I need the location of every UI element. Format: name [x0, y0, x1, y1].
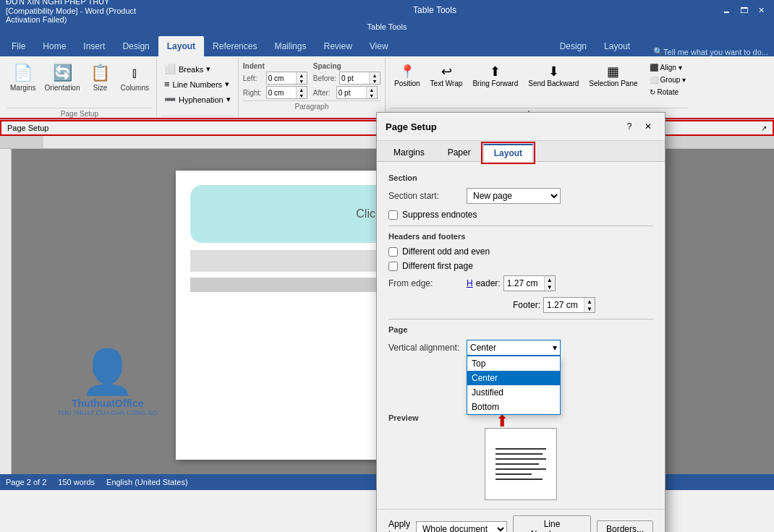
- section-start-select[interactable]: New page Continuous Even page Odd page: [467, 188, 561, 204]
- selection-pane-icon: ▦: [607, 64, 619, 80]
- vertical-alignment-dropdown[interactable]: Center ▾ Top Center Justified Bottom ⬆: [467, 340, 561, 356]
- dialog-close-btn[interactable]: ✕: [640, 119, 656, 134]
- ruler-vertical: [0, 149, 12, 474]
- bring-forward-icon: ⬆: [490, 64, 501, 80]
- columns-label: Columns: [121, 84, 149, 92]
- from-edge-row: From edge: Header: ▲ ▼: [388, 275, 653, 291]
- option-center[interactable]: Center: [467, 371, 560, 385]
- orientation-label: Orientation: [45, 84, 80, 92]
- line-numbers-label: Line Numbers: [173, 80, 222, 89]
- wrap-text-btn[interactable]: ↩ Text Wrap: [426, 62, 467, 89]
- send-backward-icon: ⬇: [548, 64, 559, 80]
- borders-btn[interactable]: Borders...: [597, 520, 653, 532]
- tell-me-text[interactable]: Tell me what you want to do...: [663, 48, 768, 56]
- after-down[interactable]: ▼: [367, 93, 377, 98]
- tab-references[interactable]: References: [204, 36, 265, 56]
- send-backward-btn[interactable]: ⬇ Send Backward: [524, 62, 583, 89]
- margins-btn[interactable]: 📄 Margins: [7, 62, 39, 93]
- group-icon: ⬜: [650, 76, 658, 84]
- suppress-endnotes-checkbox[interactable]: [388, 210, 398, 220]
- tab-mailings[interactable]: Mailings: [265, 36, 315, 56]
- vertical-alignment-list: Top Center Justified Bottom: [467, 356, 561, 415]
- tab-file[interactable]: File: [3, 36, 34, 56]
- dialog-footer: Apply to: Whole document This section Th…: [377, 509, 665, 532]
- footer-spinner[interactable]: ▲ ▼: [543, 297, 595, 313]
- diff-odd-even-checkbox[interactable]: [388, 247, 398, 257]
- before-spinbox[interactable]: ▲ ▼: [339, 72, 380, 85]
- ribbon-group-page-setup: 📄 Margins 🔄 Orientation 📋 Size ⫾ Columns…: [3, 58, 157, 119]
- left-indent-down[interactable]: ▼: [297, 78, 307, 84]
- right-indent-down[interactable]: ▼: [297, 93, 307, 98]
- margins-label: Margins: [10, 84, 36, 92]
- left-indent-input[interactable]: [267, 74, 296, 82]
- group-btn[interactable]: ⬜ Group ▾: [647, 74, 689, 85]
- header-spinner[interactable]: ▲ ▼: [503, 275, 556, 291]
- left-indent-spinbox[interactable]: ▲ ▼: [266, 72, 307, 85]
- header-up[interactable]: ▲: [545, 276, 555, 283]
- dialog-tab-layout[interactable]: Layout: [483, 144, 533, 162]
- right-indent-input[interactable]: [267, 89, 296, 97]
- tell-me-label: 🔍: [653, 47, 663, 56]
- title-text: ĐƠN XIN NGHỈ PHÉP THỦY [Compatibility Mo…: [6, 0, 150, 24]
- before-label: Before:: [313, 74, 336, 82]
- size-btn[interactable]: 📋 Size: [86, 62, 115, 93]
- before-down[interactable]: ▼: [370, 78, 380, 84]
- selection-pane-btn[interactable]: ▦ Selection Pane: [584, 62, 642, 89]
- orientation-icon: 🔄: [53, 64, 72, 82]
- line-numbers-btn[interactable]: ≡ Line Numbers ▾: [161, 77, 234, 91]
- right-indent-up[interactable]: ▲: [297, 87, 307, 93]
- option-bottom[interactable]: Bottom: [467, 400, 560, 414]
- tab-design-table[interactable]: Design: [551, 36, 595, 56]
- vertical-alignment-value[interactable]: Center ▾: [467, 340, 561, 356]
- right-indent-spinbox[interactable]: ▲ ▼: [266, 86, 307, 99]
- spacing-heading: Spacing: [313, 62, 380, 70]
- footer-row: Footer: ▲ ▼: [388, 297, 653, 313]
- line-numbers-btn[interactable]: Line Numbers...: [513, 515, 591, 532]
- dialog-tab-paper[interactable]: Paper: [437, 144, 482, 161]
- columns-btn[interactable]: ⫾ Columns: [118, 62, 152, 93]
- option-justified[interactable]: Justified: [467, 385, 560, 400]
- tab-layout-table[interactable]: Layout: [595, 36, 639, 56]
- maximize-btn[interactable]: 🗖: [736, 3, 751, 17]
- left-indent-up[interactable]: ▲: [297, 72, 307, 78]
- position-btn[interactable]: 📍 Position: [390, 62, 425, 89]
- orientation-btn[interactable]: 🔄 Orientation: [42, 62, 83, 93]
- ribbon-group-paragraph: Indent Left: ▲ ▼ Right:: [239, 58, 386, 119]
- wrap-text-label: Text Wrap: [430, 80, 463, 87]
- diff-first-page-checkbox[interactable]: [388, 262, 398, 271]
- before-up[interactable]: ▲: [370, 72, 380, 78]
- hyphenation-btn[interactable]: ➖ Hyphenation ▾: [161, 93, 234, 106]
- tab-view[interactable]: View: [361, 36, 397, 56]
- tab-design[interactable]: Design: [114, 36, 158, 56]
- footer-down[interactable]: ▼: [584, 305, 595, 312]
- language: English (United States): [106, 478, 188, 486]
- breaks-arrow: ▾: [206, 64, 210, 74]
- dialog-tab-margins[interactable]: Margins: [383, 144, 435, 161]
- minimize-btn[interactable]: 🗕: [719, 3, 733, 17]
- footer-up[interactable]: ▲: [584, 298, 595, 305]
- before-input[interactable]: [340, 74, 369, 82]
- header-down[interactable]: ▼: [545, 283, 555, 291]
- tab-insert[interactable]: Insert: [75, 36, 114, 56]
- rotate-btn[interactable]: ↻ Rotate: [647, 87, 689, 98]
- tab-layout[interactable]: Layout: [158, 36, 204, 56]
- tab-review[interactable]: Review: [315, 36, 360, 56]
- dialog-help-btn[interactable]: ?: [621, 119, 637, 134]
- close-btn[interactable]: ✕: [754, 3, 768, 17]
- headers-footers-header: Headers and footers: [388, 232, 653, 241]
- divider-2: [388, 319, 653, 319]
- align-btn[interactable]: ⬛ Align ▾: [647, 62, 689, 73]
- tab-home[interactable]: Home: [34, 36, 75, 56]
- after-label: After:: [313, 89, 333, 97]
- header-input[interactable]: [504, 276, 544, 291]
- send-backward-label: Send Backward: [528, 80, 579, 87]
- after-input[interactable]: [337, 89, 366, 97]
- logo-icon: 👤: [58, 346, 158, 398]
- footer-input[interactable]: [544, 298, 584, 312]
- after-spinbox[interactable]: ▲ ▼: [336, 86, 378, 99]
- bring-forward-btn[interactable]: ⬆ Bring Forward: [468, 62, 522, 89]
- after-up[interactable]: ▲: [367, 87, 377, 93]
- option-top[interactable]: Top: [467, 356, 560, 371]
- apply-to-select[interactable]: Whole document This section This point f…: [416, 521, 507, 532]
- breaks-btn[interactable]: ⬜ Breaks ▾: [161, 62, 234, 76]
